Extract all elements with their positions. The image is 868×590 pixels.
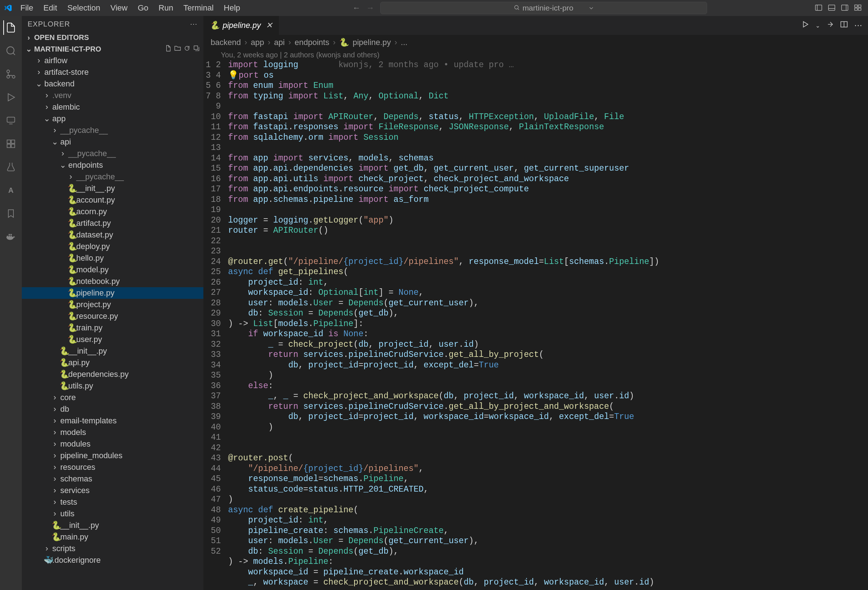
code-content[interactable]: import logging kwonjs, 2 months ago • up… (228, 60, 821, 590)
folder-tests[interactable]: ›tests (22, 496, 204, 508)
close-icon[interactable]: ✕ (266, 21, 272, 30)
run-icon[interactable] (802, 21, 809, 30)
folder-scripts[interactable]: ›scripts (22, 543, 204, 555)
file-pipeline[interactable]: 🐍pipeline.py (22, 287, 204, 299)
more-actions-icon[interactable]: ⋯ (190, 20, 198, 28)
file-main[interactable]: 🐍main.py (22, 531, 204, 543)
file-deploy[interactable]: 🐍deploy.py (22, 241, 204, 252)
folder-pycache-2[interactable]: ›__pycache__ (22, 148, 204, 159)
svg-rect-4 (828, 5, 835, 10)
folder-backend[interactable]: ⌄backend (22, 78, 204, 90)
git-authors[interactable]: You, 2 weeks ago | 2 authors (kwonjs and… (204, 50, 868, 60)
folder-alembic[interactable]: ›alembic (22, 101, 204, 113)
more-icon[interactable]: ⋯ (854, 21, 862, 30)
file-acorn[interactable]: 🐍acorn.py (22, 206, 204, 217)
menu-help[interactable]: Help (219, 2, 244, 14)
crumb-file[interactable]: pipeline.py (353, 38, 391, 47)
tab-pipeline[interactable]: 🐍 pipeline.py ✕ (204, 16, 279, 35)
folder-schemas[interactable]: ›schemas (22, 473, 204, 485)
folder-api[interactable]: ⌄api (22, 136, 204, 148)
folder-pycache-1[interactable]: ›__pycache__ (22, 125, 204, 136)
run-debug-icon[interactable] (4, 90, 18, 105)
folder-modules[interactable]: ›modules (22, 438, 204, 450)
folder-utils[interactable]: ›utils (22, 508, 204, 519)
file-init[interactable]: 🐍__init__.py (22, 183, 204, 194)
remote-explorer-icon[interactable] (4, 113, 18, 128)
file-notebook[interactable]: 🐍notebook.py (22, 276, 204, 287)
diff-icon[interactable] (827, 21, 834, 30)
file-api[interactable]: 🐍api.py (22, 357, 204, 369)
file-dependencies[interactable]: 🐍dependencies.py (22, 369, 204, 380)
folder-app[interactable]: ⌄app (22, 113, 204, 125)
crumb-app[interactable]: app (251, 38, 264, 47)
folder-resources[interactable]: ›resources (22, 462, 204, 473)
source-control-icon[interactable] (4, 67, 18, 81)
file-artifact[interactable]: 🐍artifact.py (22, 217, 204, 229)
menu-run[interactable]: Run (154, 2, 177, 14)
svg-marker-30 (803, 22, 808, 27)
file-project[interactable]: 🐍project.py (22, 299, 204, 310)
folder-services[interactable]: ›services (22, 485, 204, 496)
svg-line-1 (518, 9, 519, 10)
file-user[interactable]: 🐍user.py (22, 334, 204, 345)
file-train[interactable]: 🐍train.py (22, 322, 204, 334)
file-dockerignore[interactable]: 🐳.dockerignore (22, 555, 204, 566)
collapse-icon[interactable] (193, 45, 200, 53)
folder-pycache-3[interactable]: ›__pycache__ (22, 171, 204, 183)
minimap[interactable] (821, 60, 868, 590)
aws-icon[interactable]: A (4, 183, 18, 198)
command-center[interactable]: martinie-ict-pro (380, 2, 707, 14)
menu-edit[interactable]: Edit (39, 2, 61, 14)
toggle-primary-sidebar-icon[interactable] (815, 4, 823, 12)
open-editors-section[interactable]: › OPEN EDITORS (22, 32, 204, 43)
crumb-more[interactable]: ... (401, 38, 407, 47)
svg-rect-21 (11, 140, 15, 143)
split-editor-icon[interactable] (840, 21, 848, 30)
file-model[interactable]: 🐍model.py (22, 264, 204, 276)
folder-venv[interactable]: ›.venv (22, 90, 204, 101)
file-resource[interactable]: 🐍resource.py (22, 310, 204, 322)
menu-selection[interactable]: Selection (63, 2, 105, 14)
file-account[interactable]: 🐍account.py (22, 194, 204, 206)
breadcrumb[interactable]: backend› app› api› endpoints› 🐍 pipeline… (204, 35, 868, 50)
menu-file[interactable]: File (16, 2, 37, 14)
editor-area: 🐍 pipeline.py ✕ ⌄ ⋯ backend› app› api› e… (204, 16, 868, 590)
crumb-api[interactable]: api (274, 38, 285, 47)
file-hello[interactable]: 🐍hello.py (22, 252, 204, 264)
bookmarks-icon[interactable] (4, 206, 18, 221)
search-activity-icon[interactable] (4, 44, 18, 58)
docker-icon[interactable] (4, 229, 18, 244)
project-section[interactable]: ⌄ MARTINIE-ICT-PRO (22, 43, 204, 55)
code-editor[interactable]: 1 2 3 4 5 6 7 8 9 10 11 12 13 14 15 16 1… (204, 60, 868, 590)
folder-db[interactable]: ›db (22, 403, 204, 415)
extensions-icon[interactable] (4, 137, 18, 151)
file-dataset[interactable]: 🐍dataset.py (22, 229, 204, 241)
toggle-panel-icon[interactable] (828, 4, 836, 12)
new-folder-icon[interactable] (174, 45, 181, 53)
customize-layout-icon[interactable] (854, 4, 862, 12)
folder-artifact-store[interactable]: ›artifact-store (22, 66, 204, 78)
nav-forward-icon[interactable]: → (366, 3, 375, 13)
refresh-icon[interactable] (184, 45, 190, 53)
toggle-secondary-sidebar-icon[interactable] (841, 4, 849, 12)
chevron-right-icon: › (35, 68, 42, 77)
nav-back-icon[interactable]: ← (353, 3, 361, 13)
file-utils[interactable]: 🐍utils.py (22, 380, 204, 392)
file-api-init[interactable]: 🐍__init__.py (22, 345, 204, 357)
file-app-init[interactable]: 🐍__init__.py (22, 519, 204, 531)
folder-pipeline-modules[interactable]: ›pipeline_modules (22, 450, 204, 462)
testing-icon[interactable] (4, 160, 18, 174)
chevron-down-icon[interactable]: ⌄ (815, 22, 820, 29)
folder-models[interactable]: ›models (22, 426, 204, 438)
menu-terminal[interactable]: Terminal (179, 2, 218, 14)
folder-endpoints[interactable]: ⌄endpoints (22, 159, 204, 171)
crumb-backend[interactable]: backend (211, 38, 241, 47)
new-file-icon[interactable] (165, 45, 171, 53)
menu-view[interactable]: View (106, 2, 132, 14)
menu-go[interactable]: Go (133, 2, 152, 14)
folder-airflow[interactable]: ›airflow (22, 55, 204, 66)
folder-email-templates[interactable]: ›email-templates (22, 415, 204, 426)
explorer-icon[interactable] (3, 20, 18, 35)
folder-core[interactable]: ›core (22, 392, 204, 403)
crumb-endpoints[interactable]: endpoints (295, 38, 329, 47)
